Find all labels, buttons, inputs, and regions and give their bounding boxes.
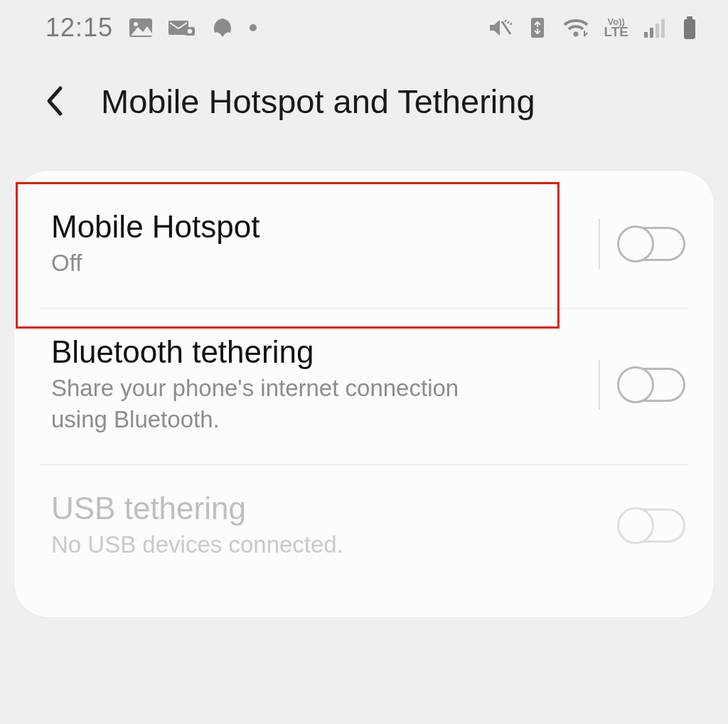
setting-row-usb-tethering: USB tethering No USB devices connected. xyxy=(40,464,688,590)
status-bar: 12:15 Vo)) LTE xyxy=(0,0,728,46)
status-time: 12:15 xyxy=(46,13,113,43)
setting-title: USB tethering xyxy=(51,491,613,526)
page-title: Mobile Hotspot and Tethering xyxy=(101,82,535,121)
vertical-separator xyxy=(599,219,600,269)
setting-subtitle: Share your phone's internet connection u… xyxy=(51,373,478,436)
setting-subtitle: No USB devices connected. xyxy=(51,529,613,561)
dot-icon xyxy=(250,24,257,31)
header: Mobile Hotspot and Tethering xyxy=(0,46,728,158)
svg-point-7 xyxy=(573,32,578,37)
svg-rect-13 xyxy=(684,19,695,39)
setting-row-mobile-hotspot[interactable]: Mobile Hotspot Off xyxy=(14,171,714,308)
setting-text[interactable]: Bluetooth tethering Share your phone's i… xyxy=(51,334,599,436)
setting-text[interactable]: Mobile Hotspot Off xyxy=(51,209,599,280)
setting-title: Mobile Hotspot xyxy=(51,209,593,245)
signal-icon xyxy=(644,18,667,38)
svg-rect-9 xyxy=(650,28,653,38)
battery-icon xyxy=(682,16,697,39)
svg-line-5 xyxy=(502,21,510,34)
toggle-mobile-hotspot[interactable] xyxy=(619,227,685,261)
svg-rect-6 xyxy=(531,18,544,38)
back-button[interactable] xyxy=(37,80,71,122)
toggle-usb-tethering xyxy=(619,509,685,543)
setting-subtitle: Off xyxy=(51,247,593,280)
data-saver-icon xyxy=(528,16,547,39)
setting-title: Bluetooth tethering xyxy=(51,334,593,370)
svg-rect-11 xyxy=(661,19,665,38)
svg-point-1 xyxy=(134,22,138,26)
svg-point-4 xyxy=(188,29,192,33)
setting-text: USB tethering No USB devices connected. xyxy=(51,491,619,561)
chevron-left-icon xyxy=(45,85,63,117)
volte-label: LTE xyxy=(604,26,628,37)
picture-icon xyxy=(129,18,153,38)
mute-vibrate-icon xyxy=(488,17,512,38)
status-bar-right: Vo)) LTE xyxy=(488,16,697,39)
setting-row-bluetooth-tethering[interactable]: Bluetooth tethering Share your phone's i… xyxy=(40,308,688,464)
svg-rect-8 xyxy=(644,32,648,38)
wifi-icon xyxy=(563,18,589,38)
vertical-separator xyxy=(599,360,600,410)
toggle-bluetooth-tethering[interactable] xyxy=(619,368,685,402)
volte-icon: Vo)) LTE xyxy=(604,18,628,37)
svg-rect-12 xyxy=(687,16,692,19)
envelope-camera-icon xyxy=(168,18,196,38)
svg-rect-10 xyxy=(655,23,659,38)
leaf-icon xyxy=(211,17,234,38)
settings-card: Mobile Hotspot Off Bluetooth tethering S… xyxy=(14,171,714,617)
status-bar-left: 12:15 xyxy=(46,13,257,43)
